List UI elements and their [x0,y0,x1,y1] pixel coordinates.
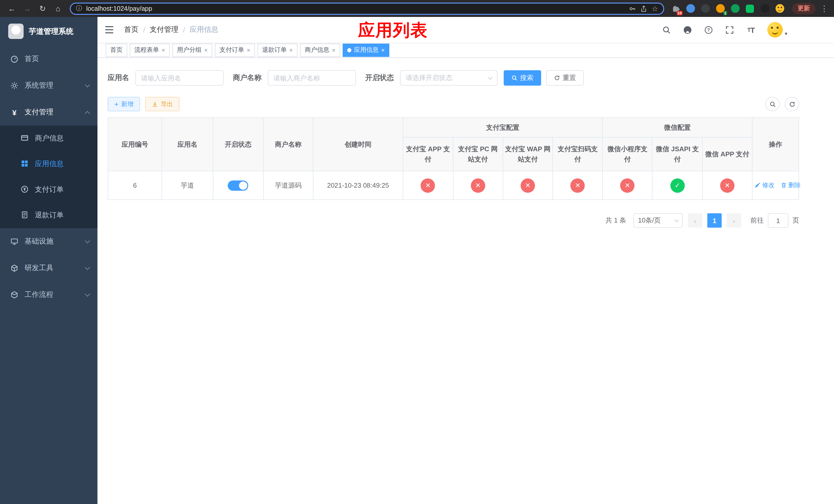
tab-close-icon[interactable]: × [332,47,335,53]
alipay-pc-status-icon: ✕ [471,178,485,192]
share-icon[interactable] [640,5,648,12]
sidebar-item-infrastructure[interactable]: 基础设施 [0,228,97,255]
plus-icon: + [114,100,118,108]
goto-page-input[interactable] [768,213,788,228]
tab-close-icon[interactable]: × [381,47,385,53]
merchant-name-input[interactable] [268,70,356,86]
search-button[interactable]: 搜索 [504,70,541,86]
tab-merchant-info[interactable]: 商户信息× [300,43,340,56]
pencil-icon [754,182,761,188]
extension-dark-icon[interactable] [700,3,710,14]
cell-app-name: 芋道 [162,171,213,200]
col-merchant: 商户名称 [263,118,313,171]
sidebar-item-app-info[interactable]: 应用信息 [0,151,97,177]
page-size-select[interactable]: 10条/页 [633,213,683,228]
tab-user-group[interactable]: 用户分组× [172,43,212,56]
gear-icon [10,82,19,90]
delete-link[interactable]: 删除 [781,181,801,190]
app-name-input[interactable] [135,70,224,86]
extension-pin-icon[interactable] [760,3,770,14]
tab-home[interactable]: 首页 [106,43,127,56]
pagination-total: 共 1 条 [606,216,626,225]
address-bar[interactable]: ⓘ localhost:1024/pay/app ☆ [70,2,664,15]
page-1-button[interactable]: 1 [707,213,722,228]
sidebar-item-payment[interactable]: ¥ 支付管理 [0,99,97,125]
github-icon[interactable] [683,25,693,35]
tab-close-icon[interactable]: × [204,47,208,53]
next-page-button[interactable]: › [727,213,741,228]
sidebar-item-home[interactable]: 首页 [0,46,97,72]
tab-close-icon[interactable]: × [161,47,165,53]
app-title: 芋道管理系统 [29,26,73,36]
browser-reload-icon[interactable]: ↻ [36,2,49,15]
screen: ← → ↻ ⌂ ⓘ localhost:1024/pay/app ☆ 10 [0,0,834,504]
breadcrumb: 首页 / 支付管理 / 应用信息 [124,25,219,35]
app-window: 芋道管理系统 首页 系统管理 ¥ [0,17,834,504]
col-app-name: 应用名 [162,118,213,171]
sidebar-item-merchant-info[interactable]: 商户信息 [0,125,97,151]
sidebar-toggle-icon[interactable] [105,25,116,35]
wechat-mini-status-icon: ✕ [620,178,635,192]
tab-close-icon[interactable]: × [247,47,250,53]
sidebar-logo[interactable]: 芋道管理系统 [0,17,97,46]
chevron-down-icon [85,82,90,87]
tags-view: 首页 流程表单× 用户分组× 支付订单× 退款订单× 商户信息× 应用信息× [97,43,834,58]
extension-green-square-icon[interactable] [745,3,755,14]
add-button[interactable]: + 新增 [108,97,140,111]
extension-emoji-icon[interactable] [774,3,785,14]
reset-button[interactable]: 重置 [546,70,584,86]
browser-update-button[interactable]: 更新 [792,3,815,14]
font-size-icon[interactable]: TT [746,25,755,35]
extension-avatar-icon[interactable]: 1 [715,3,725,14]
refresh-button[interactable] [785,97,799,111]
tab-close-icon[interactable]: × [289,47,293,53]
col-wechat-app: 微信 APP 支付 [702,137,752,171]
coin-icon [21,185,29,194]
status-select[interactable]: 请选择开启状态 [400,70,498,86]
cell-created-at: 2021-10-23 08:49:25 [313,171,403,200]
chevron-down-icon [85,238,90,243]
avatar-emoji [767,22,783,38]
url-text[interactable]: localhost:1024/pay/app [86,5,625,12]
sidebar-item-dev-tools[interactable]: 研发工具 [0,255,97,281]
extension-blue-icon[interactable] [685,3,696,14]
extension-green-circle-icon[interactable] [730,3,740,14]
tab-process-form[interactable]: 流程表单× [130,43,170,56]
bookmark-star-icon[interactable]: ☆ [652,4,658,13]
sidebar-item-workflow[interactable]: 工作流程 [0,281,97,308]
sidebar-item-refund-orders[interactable]: 退款订单 [0,203,97,228]
browser-back-icon[interactable]: ← [5,2,19,15]
site-info-icon[interactable]: ⓘ [76,4,82,13]
prev-page-button[interactable]: ‹ [688,213,702,228]
row-enabled-toggle[interactable] [228,180,248,190]
tab-refund-orders[interactable]: 退款订单× [258,43,298,56]
col-alipay-app: 支付宝 APP 支付 [403,137,453,171]
sidebar: 芋道管理系统 首页 系统管理 ¥ [0,17,97,504]
fullscreen-icon[interactable] [725,25,734,35]
page-title: 应用列表 [358,19,428,42]
tab-app-info[interactable]: 应用信息× [343,43,389,56]
edit-link[interactable]: 修改 [754,181,774,190]
browser-forward-icon[interactable]: → [21,2,34,15]
filter-form: 应用名 商户名称 开启状态 请选择开启状态 搜索 重置 [108,70,799,86]
table-toolbar: + 新增 导出 [108,97,799,111]
extensions-puzzle-icon[interactable]: 10 [671,3,681,14]
search-icon[interactable] [662,25,672,35]
breadcrumb-home[interactable]: 首页 [124,25,138,35]
sidebar-item-system[interactable]: 系统管理 [0,72,97,99]
browser-menu-icon[interactable]: ⋮ [820,4,829,13]
browser-home-icon[interactable]: ⌂ [51,2,65,15]
help-icon[interactable]: ? [704,25,714,35]
breadcrumb-payment[interactable]: 支付管理 [150,25,178,35]
sidebar-item-pay-orders[interactable]: 支付订单 [0,177,97,203]
dashboard-icon [10,55,19,63]
export-button[interactable]: 导出 [145,97,179,111]
user-avatar[interactable]: ▾ [767,22,787,38]
extensions-tray: 10 1 [671,3,785,14]
alipay-wap-status-icon: ✕ [521,178,535,192]
tab-pay-orders[interactable]: 支付订单× [215,43,255,56]
document-icon [21,210,29,220]
toggle-search-button[interactable] [765,97,780,111]
password-key-icon[interactable] [629,5,636,12]
active-tab-dot [347,48,351,52]
